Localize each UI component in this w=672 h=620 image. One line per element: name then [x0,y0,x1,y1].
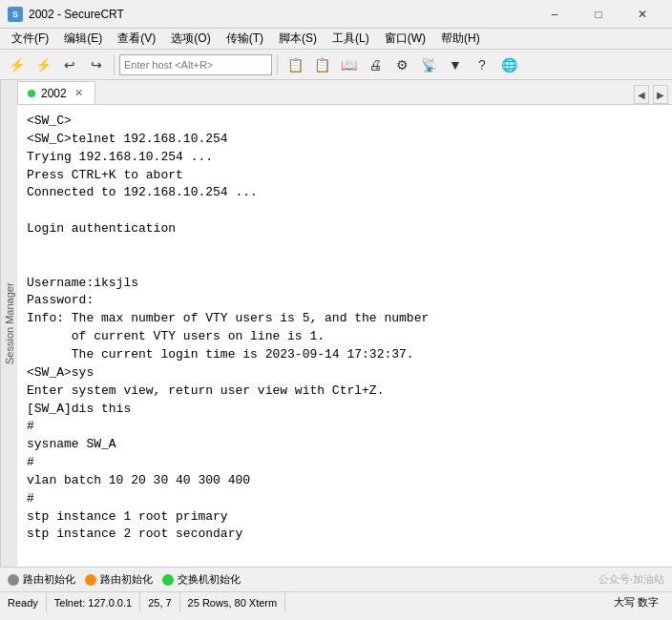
tab-nav-left[interactable]: ◀ [634,85,649,104]
status-connection: Telnet: 127.0.0.1 [47,592,140,612]
toolbar-separator-2 [277,54,278,75]
toolbar-btn-help[interactable]: ? [470,52,494,77]
app-icon: S [8,7,23,22]
menu-edit[interactable]: 编辑(E) [56,29,110,49]
status-encoding: 大写 数字 [606,592,666,612]
content-area: 2002 ✕ ◀ ▶ <SW_C> <SW_C>telnet 192.168.1… [17,80,672,567]
toolbar-btn-book[interactable]: 📖 [336,52,361,77]
menu-transfer[interactable]: 传输(T) [219,29,271,49]
menu-script[interactable]: 脚本(S) [271,29,325,49]
indicator-label-2: 路由初始化 [100,572,153,587]
toolbar-separator-1 [114,54,115,75]
session-manager-label: Session Manager [4,282,15,364]
indicator-dot-2 [85,574,96,586]
indicator-label-1: 路由初始化 [23,572,75,587]
host-input[interactable] [119,54,272,75]
indicator-label-3: 交换机初始化 [178,572,241,587]
toolbar-btn-web[interactable]: 🌐 [496,52,521,77]
toolbar: ⚡ ⚡ ↩ ↪ 📋 📋 📖 🖨 ⚙ 📡 ▼ ? 🌐 [0,50,672,80]
toolbar-btn-paste[interactable]: 📋 [309,52,334,77]
indicator-dot-3 [162,574,174,586]
menu-help[interactable]: 帮助(H) [433,29,488,49]
menu-window[interactable]: 窗口(W) [377,29,433,49]
indicator-dot-1 [8,574,19,586]
menu-view[interactable]: 查看(V) [110,29,163,49]
indicator-1: 路由初始化 [8,572,75,587]
tab-close-button[interactable]: ✕ [73,87,85,99]
terminal-output[interactable]: <SW_C> <SW_C>telnet 192.168.10.254 Tryin… [17,105,672,567]
toolbar-btn-connect[interactable]: 📡 [416,52,441,77]
main-area: Session Manager 2002 ✕ ◀ ▶ <SW_C> <SW_C>… [0,80,672,567]
session-manager-sidebar[interactable]: Session Manager [0,80,17,567]
menu-bar: 文件(F) 编辑(E) 查看(V) 选项(O) 传输(T) 脚本(S) 工具(L… [0,29,672,50]
indicator-3: 交换机初始化 [162,572,241,587]
title-bar-left: S 2002 - SecureCRT [8,7,124,22]
tab-status-dot [28,90,35,97]
close-button[interactable]: ✕ [620,0,664,29]
maximize-button[interactable]: □ [577,0,620,29]
tab-2002[interactable]: 2002 ✕ [17,81,95,104]
title-bar: S 2002 - SecureCRT – □ ✕ [0,0,672,29]
status-ready: Ready [6,592,47,612]
tab-label: 2002 [41,87,67,100]
tab-bar: 2002 ✕ ◀ ▶ [17,80,672,105]
indicator-2: 路由初始化 [85,572,153,587]
title-bar-controls: – □ ✕ [533,0,664,29]
toolbar-btn-settings[interactable]: ⚙ [389,52,414,77]
toolbar-btn-dropdown[interactable]: ▼ [443,52,468,77]
toolbar-btn-1[interactable]: ⚡ [4,52,29,77]
toolbar-btn-undo[interactable]: ↩ [57,52,82,77]
status-bar: Ready Telnet: 127.0.0.1 25, 7 25 Rows, 8… [0,591,672,612]
menu-file[interactable]: 文件(F) [4,29,56,49]
menu-tools[interactable]: 工具(L) [325,29,377,49]
window-title: 2002 - SecureCRT [29,8,124,21]
toolbar-btn-copy[interactable]: 📋 [283,52,307,77]
tab-navigation: ◀ ▶ [634,85,672,104]
status-position: 25, 7 [140,592,179,612]
menu-options[interactable]: 选项(O) [163,29,218,49]
toolbar-btn-2[interactable]: ⚡ [31,52,55,77]
toolbar-btn-redo[interactable]: ↪ [84,52,109,77]
toolbar-btn-print[interactable]: 🖨 [363,52,388,77]
bottom-indicators: 路由初始化 路由初始化 交换机初始化 公众号·加油站 [0,567,672,591]
watermark-text: 公众号·加油站 [598,572,664,587]
minimize-button[interactable]: – [533,0,577,29]
tab-nav-right[interactable]: ▶ [653,85,668,104]
status-size: 25 Rows, 80 Xterm [180,592,286,612]
